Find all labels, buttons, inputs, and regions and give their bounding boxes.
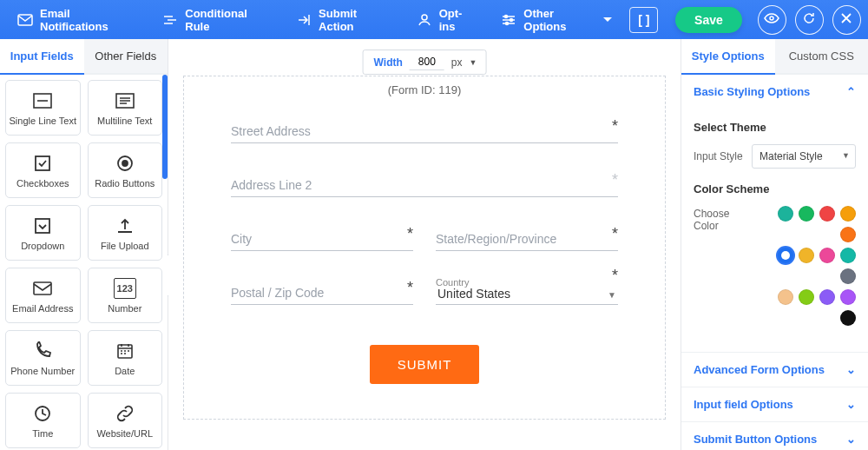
- tile-radio-buttons[interactable]: Radio Buttons: [88, 142, 163, 198]
- input-style-label: Input Style: [694, 150, 743, 162]
- color-swatch[interactable]: [840, 310, 856, 326]
- width-label: Width: [374, 56, 403, 69]
- color-swatch[interactable]: [840, 289, 856, 305]
- tile-checkboxes[interactable]: Checkboxes: [5, 142, 81, 198]
- chevron-down-icon: [603, 12, 612, 28]
- color-swatch[interactable]: [778, 289, 793, 305]
- chevron-down-icon: ⌄: [846, 363, 856, 376]
- tile-email-address[interactable]: Email Address: [5, 268, 81, 323]
- tile-time[interactable]: Time: [5, 393, 81, 448]
- tile-dropdown[interactable]: Dropdown: [5, 205, 81, 261]
- tile-file-upload[interactable]: File Upload: [88, 205, 163, 261]
- canvas-width-control[interactable]: Width px ▼: [363, 50, 487, 75]
- top-toolbar: Email Notifications Conditional Rule Sub…: [0, 0, 868, 39]
- refresh-icon: [802, 11, 816, 28]
- close-button[interactable]: [832, 5, 861, 35]
- color-swatch[interactable]: [819, 248, 835, 263]
- required-star: *: [407, 279, 413, 297]
- svg-point-1: [422, 15, 427, 20]
- acc-submit-button-options[interactable]: Submit Button Options ⌄: [681, 422, 868, 450]
- link-icon: [114, 403, 136, 424]
- field-country[interactable]: Country United States * ▼: [436, 284, 618, 305]
- other-options-label: Other Options: [523, 7, 596, 33]
- color-swatch[interactable]: [819, 289, 835, 305]
- country-selected-value: United States: [437, 287, 510, 301]
- optins-menu[interactable]: Opt-ins: [406, 2, 488, 38]
- tab-input-fields[interactable]: Input Fields: [0, 39, 84, 75]
- svg-point-4: [506, 22, 509, 24]
- left-scrollbar[interactable]: [162, 75, 168, 179]
- chevron-down-icon: ▼: [608, 290, 616, 300]
- tile-number[interactable]: 123 Number: [88, 268, 163, 323]
- color-swatch[interactable]: [840, 268, 856, 284]
- phone-icon: [31, 341, 54, 361]
- color-swatch[interactable]: [840, 206, 856, 222]
- calendar-icon: [114, 341, 136, 361]
- color-swatch[interactable]: [840, 248, 856, 263]
- sliders-icon: [501, 12, 516, 28]
- submit-action-menu[interactable]: Submit Action: [286, 2, 403, 38]
- acc-input-field-options[interactable]: Input field Options ⌄: [681, 387, 868, 421]
- checkbox-icon: [31, 153, 54, 174]
- email-notifications-label: Email Notifications: [40, 7, 138, 33]
- tile-website-url[interactable]: Website/URL: [88, 393, 163, 448]
- field-postal-code[interactable]: Postal / Zip Code *: [231, 284, 413, 305]
- dropdown-icon: [31, 215, 54, 236]
- required-star: *: [612, 267, 618, 285]
- color-swatch[interactable]: [778, 206, 793, 222]
- field-city[interactable]: City *: [231, 230, 413, 251]
- width-input[interactable]: [410, 54, 444, 70]
- input-style-select[interactable]: Material Style: [752, 144, 856, 169]
- color-swatch[interactable]: [819, 206, 835, 222]
- svg-rect-12: [34, 282, 51, 294]
- left-panel: Input Fields Other Fields Single Line Te…: [0, 39, 168, 450]
- tile-multiline-text[interactable]: Multiline Text: [88, 80, 163, 136]
- envelope-icon: [31, 278, 54, 299]
- conditional-rule-menu[interactable]: Conditional Rule: [152, 2, 282, 38]
- tab-style-options[interactable]: Style Options: [681, 39, 775, 75]
- other-options-menu[interactable]: Other Options: [490, 2, 622, 38]
- acc-advanced-form-options[interactable]: Advanced Form Options ⌄: [681, 353, 868, 387]
- required-star: *: [407, 225, 413, 243]
- color-swatch[interactable]: [840, 227, 856, 242]
- required-star: *: [612, 225, 618, 243]
- field-address-line-2[interactable]: Address Line 2 *: [231, 176, 618, 197]
- form-submit-button[interactable]: SUBMIT: [370, 345, 480, 384]
- tile-phone-number[interactable]: Phone Number: [5, 330, 81, 386]
- tab-other-fields[interactable]: Other Fields: [84, 39, 168, 73]
- optins-icon: [417, 12, 432, 28]
- radio-icon: [114, 153, 136, 174]
- required-star: *: [612, 117, 618, 136]
- refresh-button[interactable]: [795, 5, 824, 35]
- email-notifications-menu[interactable]: Email Notifications: [7, 2, 148, 38]
- svg-point-2: [505, 15, 508, 17]
- acc-basic-styling[interactable]: Basic Styling Options ⌃: [681, 75, 868, 109]
- form-outline[interactable]: (Form ID: 119) Street Address * Address …: [183, 76, 666, 420]
- tile-date[interactable]: Date: [88, 330, 163, 386]
- section-color-scheme: Color Scheme: [694, 182, 856, 195]
- preview-button[interactable]: [758, 5, 786, 35]
- chevron-down-icon[interactable]: ▼: [469, 58, 477, 67]
- color-swatch-row: [761, 248, 856, 284]
- mail-icon: [17, 12, 33, 28]
- color-swatch[interactable]: [799, 289, 814, 305]
- color-swatch[interactable]: [778, 248, 793, 263]
- color-swatch-row: [761, 206, 856, 242]
- field-street-address[interactable]: Street Address *: [231, 122, 618, 143]
- save-button[interactable]: Save: [675, 7, 742, 33]
- color-swatch[interactable]: [799, 248, 814, 263]
- svg-rect-11: [36, 219, 49, 233]
- tile-single-line-text[interactable]: Single Line Text: [5, 80, 81, 136]
- conditional-rule-label: Conditional Rule: [185, 7, 272, 33]
- field-state[interactable]: State/Region/Province *: [436, 230, 618, 251]
- tab-custom-css[interactable]: Custom CSS: [775, 39, 869, 73]
- section-select-theme: Select Theme: [694, 121, 856, 134]
- color-swatch[interactable]: [799, 206, 814, 222]
- chevron-down-icon: ⌄: [846, 398, 856, 411]
- choose-color-label: Choose Color: [694, 206, 754, 232]
- code-toggle-button[interactable]: [ ]: [629, 7, 658, 33]
- chevron-down-icon: ⌄: [846, 433, 856, 446]
- required-star: *: [612, 171, 618, 189]
- form-canvas: Width px ▼ (Form ID: 119) Street Address…: [168, 39, 681, 450]
- conditional-icon: [162, 12, 178, 28]
